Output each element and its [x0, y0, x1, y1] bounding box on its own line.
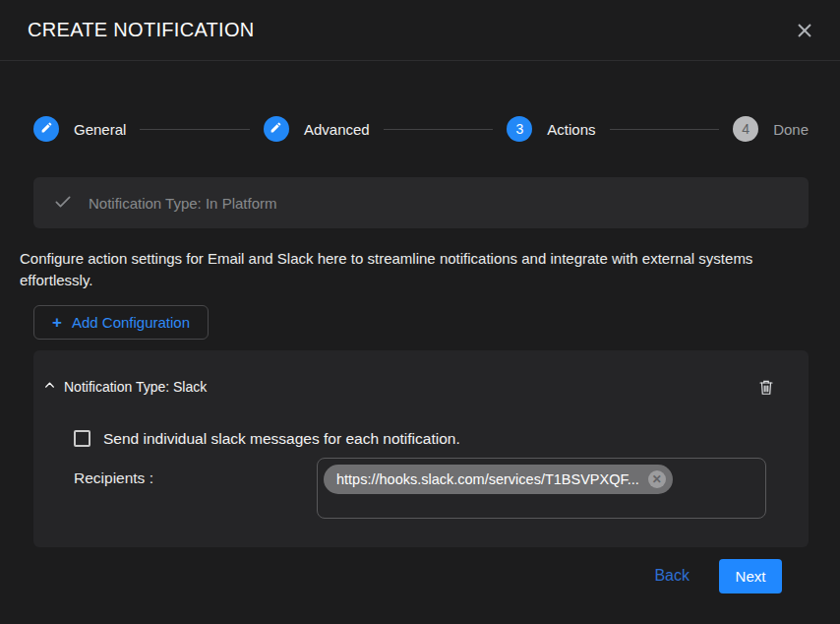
step-general-label: General [74, 121, 126, 138]
chevron-up-icon [43, 378, 56, 396]
step-actions-circle: 3 [507, 116, 532, 142]
add-configuration-button[interactable]: + Add Configuration [33, 305, 209, 340]
modal-footer: Back Next [20, 559, 809, 593]
stepper-connector [610, 129, 720, 130]
step-done-circle: 4 [733, 116, 758, 142]
delete-configuration-button[interactable] [755, 376, 777, 399]
check-icon [53, 192, 73, 215]
step-advanced-label: Advanced [304, 121, 370, 138]
close-button[interactable] [791, 17, 818, 44]
create-notification-modal: CREATE NOTIFICATION G [0, 0, 840, 624]
slack-card-title: Notification Type: Slack [64, 379, 207, 395]
modal-content: General Advanced 3 Actions [0, 61, 840, 593]
slack-card-collapse-toggle[interactable]: Notification Type: Slack [43, 378, 207, 396]
individual-messages-checkbox[interactable] [74, 430, 90, 447]
modal-header: CREATE NOTIFICATION [0, 0, 840, 61]
recipients-label: Recipients : [74, 458, 317, 487]
stepper-connector [384, 129, 494, 130]
pencil-icon [40, 121, 53, 137]
trash-icon [757, 385, 775, 400]
individual-messages-row: Send individual slack messages for each … [74, 430, 777, 448]
step-done-label: Done [773, 121, 809, 138]
modal-title: CREATE NOTIFICATION [28, 19, 255, 41]
close-icon [795, 29, 814, 43]
step-advanced[interactable]: Advanced [264, 116, 370, 142]
slack-card-body: Send individual slack messages for each … [74, 430, 777, 519]
notification-type-platform-label: Notification Type: In Platform [89, 195, 276, 212]
back-button[interactable]: Back [654, 567, 690, 585]
add-configuration-label: Add Configuration [72, 314, 190, 331]
pencil-icon [270, 121, 282, 137]
step-general-circle [33, 116, 59, 142]
step-actions-label: Actions [547, 121, 595, 138]
step-general[interactable]: General [33, 116, 126, 142]
next-button[interactable]: Next [719, 559, 782, 593]
recipients-input[interactable]: https://hooks.slack.com/services/T1BSVPX… [317, 458, 766, 519]
step-done[interactable]: 4 Done [733, 116, 809, 142]
recipients-row: Recipients : https://hooks.slack.com/ser… [74, 458, 777, 519]
step-advanced-circle [264, 116, 289, 142]
plus-icon: + [52, 314, 62, 331]
slack-configuration-card: Notification Type: Slack [33, 350, 809, 547]
notification-type-platform-panel: Notification Type: In Platform [33, 177, 809, 228]
actions-description: Configure action settings for Email and … [20, 248, 797, 291]
step-actions[interactable]: 3 Actions [507, 116, 595, 142]
chip-remove-button[interactable]: ✕ [648, 470, 666, 488]
slack-card-header: Notification Type: Slack [43, 376, 777, 399]
wizard-stepper: General Advanced 3 Actions [33, 116, 809, 142]
individual-messages-label: Send individual slack messages for each … [103, 430, 460, 448]
recipient-chip: https://hooks.slack.com/services/T1BSVPX… [324, 465, 673, 494]
stepper-connector [140, 129, 250, 130]
recipient-chip-text: https://hooks.slack.com/services/T1BSVPX… [336, 471, 639, 487]
